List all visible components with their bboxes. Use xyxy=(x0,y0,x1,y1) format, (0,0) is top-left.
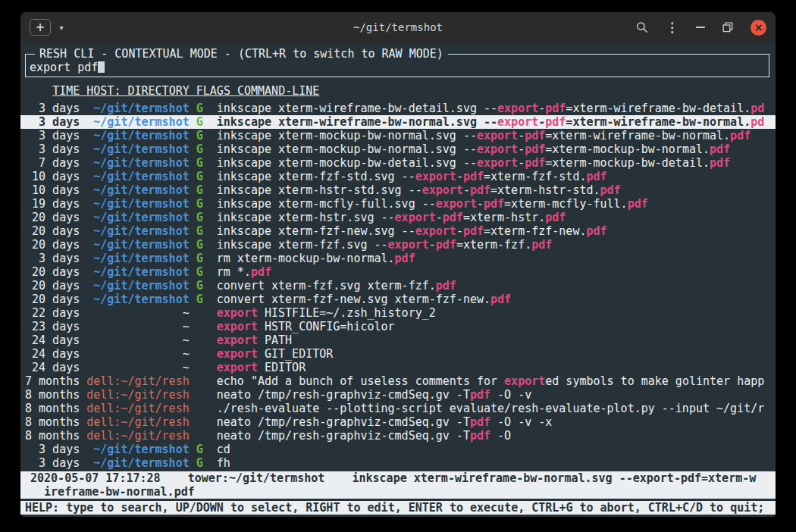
history-row[interactable]: 23 days~export HSTR_CONFIG=hicolor xyxy=(20,320,776,333)
row-flags: G xyxy=(196,293,203,306)
row-time: 24 days xyxy=(25,333,80,347)
command-text: =xterm-wireframe-bw-detail. xyxy=(566,102,751,115)
row-time: 23 days xyxy=(25,320,80,333)
menu-button[interactable]: ⋮ xyxy=(666,20,678,36)
chevron-down-icon: ▾ xyxy=(59,23,63,32)
history-row[interactable]: 3 days~/git/termshotGinkscape xterm-wire… xyxy=(20,115,776,129)
history-row[interactable]: 8 monthsdell:~/git/reshneato /tmp/resh-g… xyxy=(20,388,776,402)
search-query[interactable]: export pdf xyxy=(30,61,98,74)
match-highlight: pd xyxy=(751,115,764,129)
command-text: =xterm-fzf. xyxy=(456,238,531,252)
match-highlight: pdf xyxy=(525,142,545,156)
row-flags xyxy=(196,429,203,443)
command-text: - xyxy=(436,211,443,224)
close-button[interactable]: × xyxy=(751,20,766,36)
row-flags: G xyxy=(196,265,203,279)
row-time: 8 months xyxy=(25,415,80,429)
new-tab-dropdown-button[interactable]: ▾ xyxy=(55,19,67,36)
row-flags xyxy=(196,347,203,361)
history-row[interactable]: 24 days~export PATH xyxy=(20,333,776,347)
search-icon xyxy=(636,21,648,33)
new-tab-button[interactable]: + xyxy=(30,19,51,36)
match-highlight: pdf xyxy=(251,265,271,279)
row-host: ~/git/termshot xyxy=(86,211,189,224)
history-row[interactable]: 3 days~/git/termshotGinkscape xterm-mock… xyxy=(20,142,776,156)
command-text: =xterm-wireframe-bw-normal. xyxy=(545,129,730,142)
match-highlight: pdf xyxy=(730,129,751,142)
search-button[interactable] xyxy=(636,21,648,33)
command-text: - xyxy=(456,224,463,238)
history-row[interactable]: 20 days~/git/termshotGconvert xterm-fzf-… xyxy=(20,293,776,306)
row-host: dell:~/git/resh xyxy=(86,402,189,415)
row-time: 3 days xyxy=(25,115,80,129)
row-host: ~/git/termshot xyxy=(86,129,189,142)
match-highlight: pdf xyxy=(710,156,730,170)
history-row[interactable]: 20 days~/git/termshotGconvert xterm-fzf.… xyxy=(20,279,776,293)
row-time: 20 days xyxy=(25,224,80,238)
row-time: 7 months xyxy=(25,374,80,388)
history-row[interactable]: 7 days~/git/termshotGinkscape xterm-mock… xyxy=(20,156,776,170)
history-row[interactable]: 3 days~/git/termshotGcd xyxy=(20,443,776,456)
history-list: 3 days~/git/termshotGinkscape xterm-wire… xyxy=(20,102,776,470)
match-highlight: pdf xyxy=(463,224,484,238)
row-command: inkscape xterm-mockup-bw-normal.svg --ex… xyxy=(217,129,771,142)
history-row[interactable]: 20 days~/git/termshotGrm *.pdf xyxy=(20,265,776,279)
minimize-button[interactable] xyxy=(696,27,705,28)
row-time: 10 days xyxy=(25,170,80,183)
history-row[interactable]: 24 days~export GIT_EDITOR xyxy=(20,347,776,361)
match-highlight: export xyxy=(477,129,518,142)
history-row[interactable]: 3 days~/git/termshotGrm xterm-mockup-bw-… xyxy=(20,252,776,265)
titlebar: + ▾ ~/git/termshot ⋮ xyxy=(20,12,776,42)
row-time: 24 days xyxy=(25,347,80,361)
row-host: dell:~/git/resh xyxy=(86,429,189,443)
command-text: EDITOR xyxy=(258,361,306,374)
history-row[interactable]: 10 days~/git/termshotGinkscape xterm-hst… xyxy=(20,183,776,197)
terminal-screen[interactable]: RESH CLI - CONTEXTUAL MODE - (CTRL+R to … xyxy=(20,42,776,517)
restore-button[interactable] xyxy=(722,22,733,33)
row-time: 7 days xyxy=(25,156,80,170)
search-input-line[interactable]: export pdf xyxy=(30,61,765,74)
row-command: neato /tmp/resh-graphviz-cmdSeq.gv -Tpdf… xyxy=(217,429,771,443)
command-text: HSTR_CONFIG=hicolor xyxy=(258,320,395,333)
history-row[interactable]: 22 days~export HISTFILE=~/.zsh_history_2 xyxy=(20,306,776,320)
history-row[interactable]: 3 days~/git/termshotGinkscape xterm-wire… xyxy=(20,102,776,115)
match-highlight: pdf xyxy=(436,238,456,252)
history-row[interactable]: 8 monthsdell:~/git/resh./resh-evaluate -… xyxy=(20,402,776,415)
row-time: 22 days xyxy=(25,306,80,320)
text-cursor xyxy=(98,61,105,73)
history-row[interactable]: 19 days~/git/termshotGinkscape xterm-mcf… xyxy=(20,197,776,211)
history-row[interactable]: 20 days~/git/termshotGinkscape xterm-fzf… xyxy=(20,238,776,252)
row-time: 8 months xyxy=(25,402,80,415)
match-highlight: pdf xyxy=(490,293,511,306)
row-command: inkscape xterm-mcfly-full.svg --export-p… xyxy=(217,197,771,211)
history-row[interactable]: 7 monthsdell:~/git/reshecho "Add a bunch… xyxy=(20,374,776,388)
minimize-icon xyxy=(696,27,705,28)
match-highlight: pdf xyxy=(525,156,545,170)
row-host: dell:~/git/resh xyxy=(86,388,189,402)
row-command: fh xyxy=(217,456,771,470)
history-row[interactable]: 10 days~/git/termshotGinkscape xterm-fzf… xyxy=(20,170,776,183)
row-command: inkscape xterm-fzf.svg --export-pdf=xter… xyxy=(217,238,771,252)
row-time: 20 days xyxy=(25,211,80,224)
history-row[interactable]: 24 days~export EDITOR xyxy=(20,361,776,374)
match-highlight: export xyxy=(415,170,456,183)
row-flags: G xyxy=(196,102,203,115)
match-highlight: export xyxy=(497,115,538,129)
row-host: ~/git/termshot xyxy=(86,183,189,197)
command-text: -O -v xyxy=(490,388,531,402)
history-row[interactable]: 20 days~/git/termshotGinkscape xterm-fzf… xyxy=(20,224,776,238)
history-row[interactable]: 20 days~/git/termshotGinkscape xterm-hst… xyxy=(20,211,776,224)
command-text: inkscape xterm-hstr-std.svg -- xyxy=(217,183,422,197)
history-row[interactable]: 3 days~/git/termshotGfh xyxy=(20,456,776,470)
command-text: inkscape xterm-hstr.svg -- xyxy=(217,211,395,224)
match-highlight: pdf xyxy=(710,142,730,156)
new-tab-icon: + xyxy=(36,20,45,34)
row-flags: G xyxy=(196,252,203,265)
history-row[interactable]: 8 monthsdell:~/git/reshneato /tmp/resh-g… xyxy=(20,429,776,443)
command-text: - xyxy=(456,170,463,183)
row-host: ~/git/termshot xyxy=(86,142,189,156)
match-highlight: pdf xyxy=(600,183,621,197)
history-row[interactable]: 3 days~/git/termshotGinkscape xterm-mock… xyxy=(20,129,776,142)
history-row[interactable]: 8 monthsdell:~/git/reshneato /tmp/resh-g… xyxy=(20,415,776,429)
command-text: inkscape xterm-mcfly-full.svg -- xyxy=(217,197,436,211)
